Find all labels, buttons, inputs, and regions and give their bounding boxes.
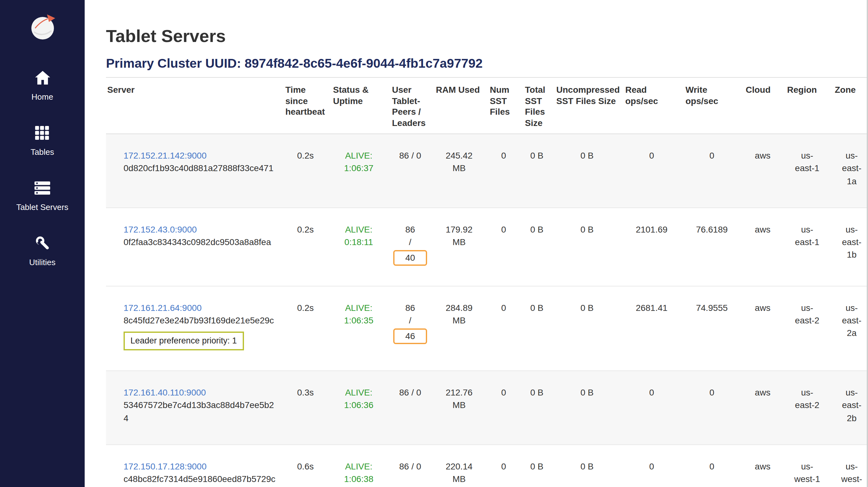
status-text: ALIVE:1:06:38 — [344, 461, 373, 484]
tablet-peers-cell: 86 / 0 — [388, 134, 432, 208]
read-ops-cell: 2681.41 — [622, 286, 682, 371]
region-cell: us-east-2 — [783, 286, 831, 371]
status-cell: ALIVE:1:06:35 — [329, 286, 388, 371]
column-header: RAM Used — [432, 77, 486, 134]
zone-cell: us-west-1a — [831, 445, 868, 487]
region-cell: us-east-1 — [783, 134, 831, 208]
page-title: Tablet Servers — [106, 26, 859, 46]
utilities-icon — [35, 236, 50, 253]
ram-used-cell: 179.92 MB — [432, 208, 486, 286]
status-cell: ALIVE:0:18:11 — [329, 208, 388, 286]
heartbeat-cell: 0.6s — [282, 445, 329, 487]
app-logo[interactable] — [28, 12, 57, 44]
write-ops-cell: 0 — [682, 445, 742, 487]
cloud-cell: aws — [742, 286, 783, 371]
main-content: Tablet Servers Primary Cluster UUID: 897… — [85, 0, 867, 487]
column-header: Region — [783, 77, 831, 134]
sidebar-item-label: Tablet Servers — [16, 202, 68, 212]
server-address-link[interactable]: 172.161.21.64:9000 — [124, 303, 202, 313]
uncompressed-sst-size-cell: 0 B — [553, 445, 622, 487]
region-cell: us-west-1 — [783, 445, 831, 487]
server-cell: 172.150.17.128:9000c48bc82fc7314d5e91860… — [106, 445, 282, 487]
write-ops-cell: 74.9555 — [682, 286, 742, 371]
num-sst-files-cell: 0 — [486, 286, 521, 371]
server-address-link[interactable]: 172.152.43.0:9000 — [124, 224, 197, 234]
total-sst-size-cell: 0 B — [521, 286, 553, 371]
write-ops-cell: 76.6189 — [682, 208, 742, 286]
server-address-link[interactable]: 172.150.17.128:9000 — [124, 461, 207, 471]
heartbeat-cell: 0.3s — [282, 371, 329, 445]
num-sst-files-cell: 0 — [486, 134, 521, 208]
tablet-servers-page: Home Tables — [0, 0, 868, 487]
leader-count-highlight: 46 — [393, 329, 427, 344]
sidebar-item-tables[interactable]: Tables — [30, 125, 54, 157]
ram-used-cell: 284.89 MB — [432, 286, 486, 371]
status-text: ALIVE:1:06:37 — [344, 151, 373, 173]
server-address-link[interactable]: 172.152.21.142:9000 — [124, 151, 207, 160]
heartbeat-cell: 0.2s — [282, 286, 329, 371]
write-ops-cell: 0 — [682, 134, 742, 208]
read-ops-cell: 0 — [622, 445, 682, 487]
table-row: 172.161.21.64:90008c45fd27e3e24b7b93f169… — [106, 286, 868, 371]
total-sst-size-cell: 0 B — [521, 134, 553, 208]
home-icon — [34, 70, 51, 88]
column-header: Cloud — [742, 77, 783, 134]
column-header: Uncompressed SST Files Size — [553, 77, 622, 134]
column-header: Server — [106, 77, 282, 134]
sidebar-nav: Home Tables — [16, 70, 68, 267]
uncompressed-sst-size-cell: 0 B — [553, 371, 622, 445]
table-row: 172.150.17.128:9000c48bc82fc7314d5e91860… — [106, 445, 868, 487]
sidebar-item-tablet-servers[interactable]: Tablet Servers — [16, 181, 68, 212]
num-sst-files-cell: 0 — [486, 208, 521, 286]
tablet-peers-stacked: 86/46 — [393, 301, 427, 344]
tservers-tbody: 172.152.21.142:90000d820cf1b93c40d881a27… — [106, 134, 868, 487]
leader-count-highlight: 40 — [393, 250, 427, 266]
server-cell: 172.161.40.110:900053467572be7c4d13b3ac8… — [106, 371, 282, 445]
region-cell: us-east-1 — [783, 208, 831, 286]
table-row: 172.152.21.142:90000d820cf1b93c40d881a27… — [106, 134, 868, 208]
header-row: ServerTime since heartbeatStatus & Uptim… — [106, 77, 868, 134]
sidebar-item-label: Tables — [30, 147, 54, 157]
num-sst-files-cell: 0 — [486, 445, 521, 487]
region-cell: us-east-2 — [783, 371, 831, 445]
server-uuid: 0f2faa3c834343c0982dc9503a8a8fea — [124, 236, 277, 249]
sidebar-item-home[interactable]: Home — [31, 70, 53, 101]
zone-cell: us-east-1b — [831, 208, 868, 286]
primary-cluster-uuid-heading: Primary Cluster UUID: 8974f842-8c65-4e6f… — [106, 56, 859, 71]
column-header: Read ops/sec — [622, 77, 682, 134]
leader-preference-badge: Leader preference priority: 1 — [124, 332, 244, 350]
sidebar-item-label: Utilities — [29, 258, 56, 267]
uncompressed-sst-size-cell: 0 B — [553, 208, 622, 286]
column-header: Time since heartbeat — [282, 77, 329, 134]
zone-cell: us-east-1a — [831, 134, 868, 208]
column-header: Status & Uptime — [329, 77, 388, 134]
tables-icon — [35, 125, 50, 143]
tablet-peers-cell: 86 / 0 — [388, 445, 432, 487]
zone-cell: us-east-2a — [831, 286, 868, 371]
status-cell: ALIVE:1:06:38 — [329, 445, 388, 487]
sidebar-item-label: Home — [31, 92, 53, 101]
write-ops-cell: 0 — [682, 371, 742, 445]
column-header: Zone — [831, 77, 868, 134]
sidebar: Home Tables — [0, 0, 85, 487]
table-row: 172.161.40.110:900053467572be7c4d13b3ac8… — [106, 371, 868, 445]
tablet-servers-icon — [34, 181, 51, 198]
total-sst-size-cell: 0 B — [521, 371, 553, 445]
status-cell: ALIVE:1:06:37 — [329, 134, 388, 208]
uncompressed-sst-size-cell: 0 B — [553, 286, 622, 371]
server-uuid: 8c45fd27e3e24b7b93f169de21e5e29c — [124, 314, 277, 327]
server-uuid: 53467572be7c4d13b3ac88d4b7ee5b24 — [124, 399, 277, 424]
status-cell: ALIVE:1:06:36 — [329, 371, 388, 445]
status-text: ALIVE:1:06:35 — [344, 303, 373, 326]
yugabyte-logo-icon — [28, 12, 57, 41]
server-address-link[interactable]: 172.161.40.110:9000 — [124, 387, 206, 397]
cloud-cell: aws — [742, 371, 783, 445]
total-sst-size-cell: 0 B — [521, 208, 553, 286]
status-text: ALIVE:1:06:36 — [344, 387, 373, 410]
server-cell: 172.161.21.64:90008c45fd27e3e24b7b93f169… — [106, 286, 282, 371]
sidebar-item-utilities[interactable]: Utilities — [29, 236, 56, 267]
cloud-cell: aws — [742, 134, 783, 208]
ram-used-cell: 212.76 MB — [432, 371, 486, 445]
status-text: ALIVE:0:18:11 — [344, 224, 373, 247]
server-cell: 172.152.43.0:90000f2faa3c834343c0982dc95… — [106, 208, 282, 286]
